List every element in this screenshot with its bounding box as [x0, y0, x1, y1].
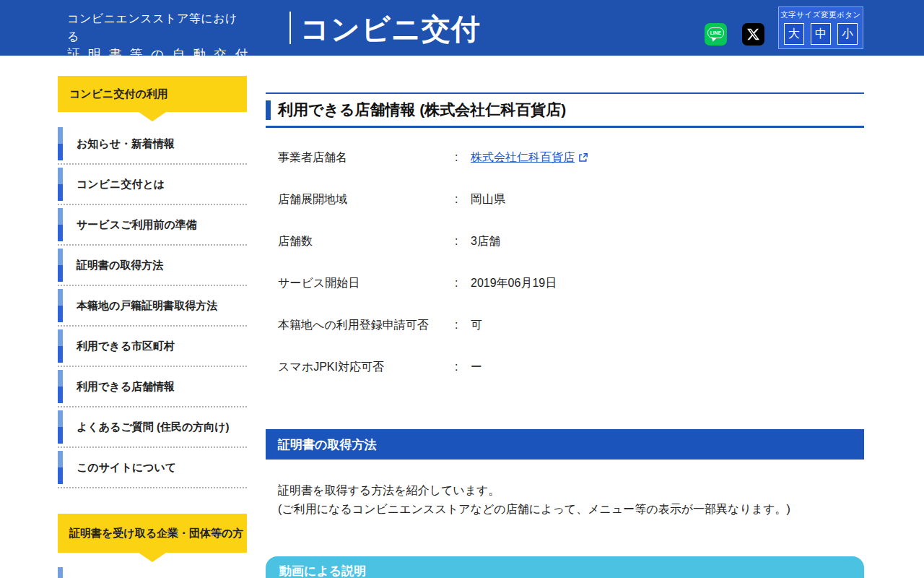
section-description-line1: 証明書を取得する方法を紹介しています。	[278, 481, 864, 500]
info-label: サービス開始日	[278, 276, 455, 291]
site-brand-link[interactable]: コンビニエンスストア等における 証明書等の自動交付 コンビニ交付	[0, 0, 505, 56]
site-tagline: コンビニエンスストア等における 証明書等の自動交付	[67, 9, 248, 64]
font-size-buttons: 大 中 小	[779, 23, 863, 45]
info-label: 店舗展開地域	[278, 192, 455, 207]
sidebar: コンビニ交付の利用 お知らせ・新着情報 コンビニ交付とは サービスご利用前の準備…	[58, 76, 247, 578]
section-description-line2: (ご利用になるコンビニエンスストアなどの店舗によって、メニュー等の表示が一部異な…	[278, 500, 864, 519]
store-info-list: 事業者店舗名 : 株式会社仁科百貨店 店舗展開地域 : 岡山県 店舗数 : 3店…	[266, 137, 864, 388]
section-banner-how-to-get: 証明書の取得方法	[266, 429, 864, 460]
info-colon: :	[455, 319, 471, 332]
line-icon-label: LINE	[710, 30, 722, 35]
operator-store-link[interactable]: 株式会社仁科百貨店	[471, 150, 575, 165]
title-accent-bar	[266, 100, 271, 120]
info-value: 株式会社仁科百貨店	[471, 150, 588, 165]
main-content: 利用できる店舗情報 (株式会社仁科百貨店) 事業者店舗名 : 株式会社仁科百貨店…	[266, 92, 864, 578]
info-row-smartphone-jpki: スマホJPKI対応可否 : ー	[266, 346, 864, 388]
page-title: 利用できる店舗情報 (株式会社仁科百貨店)	[278, 100, 566, 120]
line-bubble-tail	[710, 37, 716, 42]
line-speech-bubble-icon: LINE	[707, 27, 724, 38]
info-value: ー	[471, 360, 482, 375]
info-label: 事業者店舗名	[278, 150, 455, 165]
sidebar-item-municipalities[interactable]: 利用できる市区町村	[58, 327, 247, 367]
info-label: スマホJPKI対応可否	[278, 360, 455, 375]
x-logo-icon	[747, 28, 759, 40]
sidebar-item-how-to-get[interactable]: 証明書の取得方法	[58, 246, 247, 286]
info-row-region: 店舗展開地域 : 岡山県	[266, 178, 864, 220]
video-explanation-banner: 動画による説明	[266, 556, 864, 578]
info-colon: :	[455, 361, 471, 374]
sidebar-item-honseki-certificate[interactable]: 本籍地の戸籍証明書取得方法	[58, 286, 247, 327]
brand-divider	[289, 12, 291, 44]
site-tagline-line1: コンビニエンスストア等における	[67, 9, 248, 46]
info-row-honseki-registration: 本籍地への利用登録申請可否 : 可	[266, 304, 864, 346]
line-share-icon[interactable]: LINE	[705, 23, 727, 46]
section-description: 証明書を取得する方法を紹介しています。 (ご利用になるコンビニエンスストアなどの…	[266, 481, 864, 519]
external-link-icon	[578, 152, 588, 163]
info-label: 本籍地への利用登録申請可否	[278, 318, 455, 333]
info-row-service-start: サービス開始日 : 2019年06月19日	[266, 262, 864, 304]
sidebar-item-faq[interactable]: よくあるご質問 (住民の方向け)	[58, 407, 247, 448]
sidebar-item-preparation[interactable]: サービスご利用前の準備	[58, 205, 247, 246]
x-share-icon[interactable]	[742, 23, 764, 46]
sidebar-item-news[interactable]: お知らせ・新着情報	[58, 124, 247, 165]
sidebar-section-title-use: コンビニ交付の利用	[58, 76, 247, 112]
font-size-panel: 文字サイズ変更ボタン 大 中 小	[778, 7, 863, 49]
font-size-panel-label: 文字サイズ変更ボタン	[779, 10, 863, 20]
sidebar-item-partial	[58, 567, 247, 578]
page-title-block: 利用できる店舗情報 (株式会社仁科百貨店)	[266, 92, 864, 128]
info-value: 可	[471, 318, 482, 333]
info-colon: :	[455, 193, 471, 206]
site-tagline-line2: 証明書等の自動交付	[67, 46, 248, 64]
info-value: 3店舗	[471, 234, 500, 249]
sidebar-menu: お知らせ・新着情報 コンビニ交付とは サービスご利用前の準備 証明書の取得方法 …	[58, 124, 247, 488]
font-size-medium-button[interactable]: 中	[811, 23, 831, 45]
info-colon: :	[455, 151, 471, 164]
site-header: コンビニエンスストア等における 証明書等の自動交付 コンビニ交付 LINE 文字…	[0, 0, 924, 56]
sidebar-section-title-company: 証明書を受け取る企業・団体等の方	[58, 514, 247, 553]
font-size-large-button[interactable]: 大	[784, 23, 804, 45]
site-title: コンビニ交付	[300, 9, 481, 49]
info-value: 2019年06月19日	[471, 276, 557, 291]
sidebar-item-about[interactable]: コンビニ交付とは	[58, 165, 247, 205]
info-row-operator-name: 事業者店舗名 : 株式会社仁科百貨店	[266, 137, 864, 178]
info-label: 店舗数	[278, 234, 455, 249]
sidebar-item-store-info[interactable]: 利用できる店舗情報	[58, 367, 247, 407]
info-colon: :	[455, 235, 471, 248]
info-value: 岡山県	[471, 192, 505, 207]
info-row-store-count: 店舗数 : 3店舗	[266, 220, 864, 262]
font-size-small-button[interactable]: 小	[837, 23, 858, 45]
sidebar-item-about-site[interactable]: このサイトについて	[58, 448, 247, 488]
info-colon: :	[455, 277, 471, 290]
